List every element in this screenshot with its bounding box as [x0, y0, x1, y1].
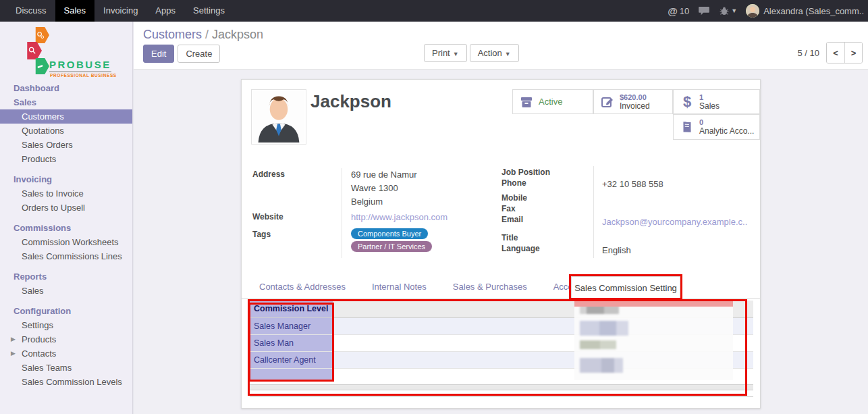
analytic-label: Analytic Acco...	[699, 126, 754, 136]
invoiced-stat-button[interactable]: $620.00Invoiced	[593, 89, 673, 114]
email-link[interactable]: Jackpson@yourcompany.example.c..	[602, 217, 747, 227]
redacted-block	[580, 321, 628, 336]
analytic-count: 0	[699, 118, 703, 126]
sidebar-item-label: Contacts	[22, 348, 56, 359]
pager-previous-button[interactable]: <	[827, 43, 844, 63]
commission-level-cell[interactable]: Sales Manager	[250, 318, 333, 334]
mentions-counter[interactable]: @ 10	[668, 5, 689, 17]
logo-title: PROBUSE	[49, 59, 111, 72]
sidebar-item-label: Products	[22, 334, 56, 344]
sales-count: 1	[699, 93, 703, 101]
sidebar-item-commission-worksheets[interactable]: Commission Worksheets	[0, 235, 132, 249]
user-menu[interactable]: Alexandra (Sales_comm..	[746, 4, 864, 18]
customer-photo[interactable]	[251, 89, 306, 145]
phone-label: Phone	[501, 178, 526, 188]
mobile-label: Mobile	[501, 193, 527, 203]
commission-level-header[interactable]: Commission Level	[250, 301, 333, 317]
fax-label: Fax	[501, 204, 516, 213]
sidebar-item-configuration[interactable]: Configuration	[0, 304, 132, 318]
breadcrumb: Customers / Jackpson	[143, 28, 263, 42]
logo-hexagon-orange	[31, 27, 49, 43]
debug-menu[interactable]: ▼	[719, 7, 737, 16]
top-menu-settings[interactable]: Settings	[184, 0, 234, 22]
mention-count: 10	[680, 6, 689, 16]
redacted-column	[574, 301, 733, 380]
chat-icon[interactable]	[698, 6, 710, 16]
sidebar-item-customers[interactable]: Customers	[0, 109, 132, 124]
commission-level-cell[interactable]: Sales Man	[250, 335, 333, 351]
tab-sales-commission-setting[interactable]: Sales Commission Setting	[571, 276, 680, 299]
table-bottom-line	[250, 396, 753, 397]
sidebar-item-sales-commissions-lines[interactable]: Sales Commissions Lines	[0, 249, 132, 263]
stat-buttons: Active $620.00Invoiced $ 1Sales 0Analyti…	[512, 89, 760, 140]
caret-down-icon: ▼	[731, 7, 737, 14]
magnifier-icon	[28, 46, 37, 55]
language-value: English	[602, 245, 631, 255]
language-label: Language	[501, 244, 540, 253]
gears-icon	[36, 30, 45, 40]
sidebar-item-invoicing[interactable]: Invoicing	[0, 172, 132, 186]
print-dropdown[interactable]: Print▼	[424, 44, 467, 62]
pager: 5 / 10 < >	[797, 42, 863, 63]
caret-down-icon: ▼	[453, 51, 459, 57]
sidebar-item-dashboard[interactable]: Dashboard	[0, 81, 132, 95]
redacted-block	[580, 340, 616, 349]
commission-level-cell[interactable]: Callcenter Agent	[250, 352, 333, 368]
breadcrumb-customers[interactable]: Customers	[143, 28, 202, 41]
tool-icon	[36, 62, 45, 71]
user-name: Alexandra (Sales_comm..	[763, 6, 864, 16]
phone-value: +32 10 588 558	[602, 179, 663, 189]
action-dropdown[interactable]: Action▼	[470, 44, 519, 62]
create-button[interactable]: Create	[178, 45, 220, 63]
edit-button[interactable]: Edit	[143, 45, 174, 63]
commission-level-cell-empty	[250, 369, 333, 381]
address-line-2: Wavre 1300	[351, 183, 398, 193]
sidebar-item-orders-to-upsell[interactable]: Orders to Upsell	[0, 201, 132, 215]
print-label: Print	[432, 48, 450, 58]
tab-sales-purchases[interactable]: Sales & Purchases	[450, 276, 530, 297]
analytic-accounts-stat-button[interactable]: 0Analytic Acco...	[673, 114, 760, 140]
book-icon	[680, 120, 694, 134]
tab-contacts-addresses[interactable]: Contacts & Addresses	[256, 276, 348, 297]
top-menu-invoicing[interactable]: Invoicing	[94, 0, 146, 22]
active-stat-button[interactable]: Active	[512, 89, 593, 114]
sidebar-item-sales[interactable]: Sales	[0, 95, 132, 109]
control-panel: Customers / Jackpson Edit Create Print▼ …	[134, 22, 868, 70]
page-title: Jackpson	[310, 91, 391, 112]
sidebar-item-reports[interactable]: Reports	[0, 269, 132, 284]
field-separator	[342, 168, 342, 258]
tab-internal-notes[interactable]: Internal Notes	[369, 276, 429, 297]
address-line-3: Belgium	[351, 197, 383, 207]
sidebar-item-config-products[interactable]: ▶Products	[0, 332, 132, 346]
bug-icon	[719, 7, 730, 16]
logo-hexagon-green	[31, 58, 49, 74]
chevron-right-icon: ▶	[11, 348, 16, 359]
top-menu-apps[interactable]: Apps	[146, 0, 184, 22]
chevron-right-icon: ▶	[11, 334, 16, 344]
sidebar-item-sales-to-invoice[interactable]: Sales to Invoice	[0, 186, 132, 201]
website-link[interactable]: http://www.jackpson.com	[351, 212, 447, 222]
top-menu-discuss[interactable]: Discuss	[7, 0, 55, 22]
customer-form-sheet: Jackpson Active $620.00Invoiced $ 1Sales…	[241, 79, 761, 409]
sidebar-item-sales-orders[interactable]: Sales Orders	[0, 138, 132, 152]
dollar-icon: $	[680, 93, 694, 111]
sidebar-item-settings[interactable]: Settings	[0, 318, 132, 332]
archive-icon	[520, 95, 533, 109]
sidebar-item-reports-sales[interactable]: Sales	[0, 284, 132, 298]
sidebar-item-sales-teams[interactable]: Sales Teams	[0, 361, 132, 375]
title-label: Title	[501, 233, 518, 242]
top-menu-sales[interactable]: Sales	[55, 0, 95, 22]
pager-count: 5 / 10	[797, 48, 819, 58]
email-label: Email	[501, 215, 523, 224]
mention-icon: @	[668, 5, 678, 17]
sidebar-item-config-contacts[interactable]: ▶Contacts	[0, 346, 132, 361]
sidebar-item-sales-commission-levels[interactable]: Sales Commission Levels	[0, 375, 132, 389]
sidebar-item-quotations[interactable]: Quotations	[0, 124, 132, 138]
breadcrumb-current: Jackpson	[212, 28, 263, 41]
sidebar-item-products[interactable]: Products	[0, 152, 132, 166]
redacted-block	[580, 358, 623, 373]
sales-stat-button[interactable]: $ 1Sales	[673, 89, 760, 114]
pager-next-button[interactable]: >	[844, 43, 862, 63]
field-separator	[593, 166, 594, 258]
sidebar-item-commissions[interactable]: Commissions	[0, 221, 132, 235]
